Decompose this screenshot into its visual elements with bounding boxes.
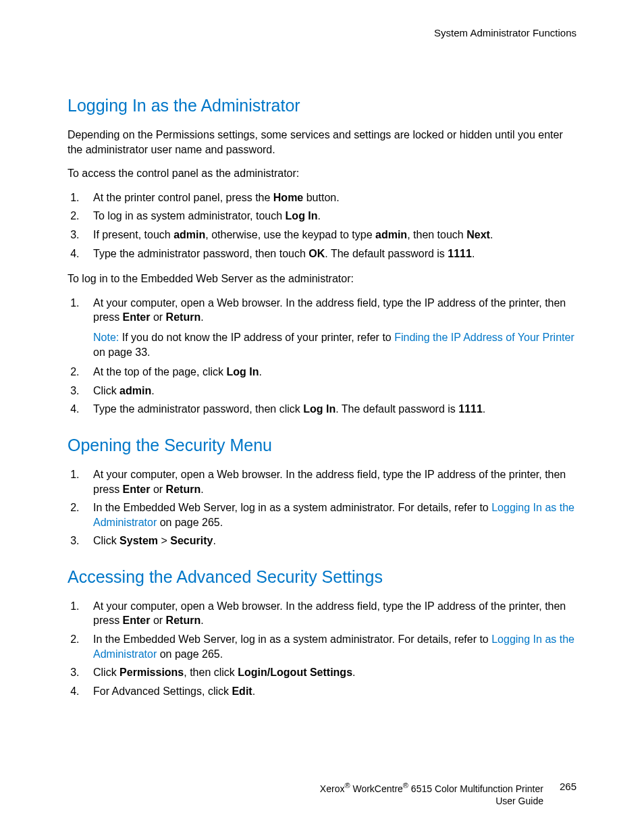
section-security-menu: Opening the Security Menu At your comput… — [68, 436, 576, 548]
list-item: If present, touch admin, otherwise, use … — [82, 228, 576, 242]
header-text: System Administrator Functions — [434, 27, 576, 38]
page-number: 265 — [560, 781, 576, 807]
heading-security-menu: Opening the Security Menu — [68, 436, 576, 455]
list-security: At your computer, open a Web browser. In… — [68, 467, 576, 548]
list-item: Click admin. — [82, 384, 576, 398]
list-item: At the printer control panel, press the … — [82, 190, 576, 205]
list-a: At the printer control panel, press the … — [68, 190, 576, 261]
list-item: At your computer, open a Web browser. In… — [82, 296, 576, 359]
list-item: At your computer, open a Web browser. In… — [82, 599, 576, 628]
list-item: At your computer, open a Web browser. In… — [82, 467, 576, 496]
intro-paragraph: Depending on the Permissions settings, s… — [68, 128, 576, 157]
list-item: Type the administrator password, then cl… — [82, 402, 576, 417]
page-footer: Xerox® WorkCentre® 6515 Color Multifunct… — [68, 781, 576, 807]
list-item: Click Permissions, then click Login/Logo… — [82, 665, 576, 680]
list-item: To log in as system administrator, touch… — [82, 209, 576, 224]
page-header: System Administrator Functions — [68, 27, 576, 38]
footer-product: Xerox® WorkCentre® 6515 Color Multifunct… — [320, 781, 543, 807]
section-logging-in: Logging In as the Administrator Dependin… — [68, 96, 576, 417]
heading-advanced-security: Accessing the Advanced Security Settings — [68, 567, 576, 587]
list-b: At your computer, open a Web browser. In… — [68, 296, 576, 417]
list-item: At the top of the page, click Log In. — [82, 365, 576, 380]
list-item: For Advanced Settings, click Edit. — [82, 684, 576, 699]
link-ip-address[interactable]: Finding the IP Address of Your Printer — [394, 332, 574, 343]
heading-logging-in: Logging In as the Administrator — [68, 96, 576, 115]
list-item: Type the administrator password, then to… — [82, 246, 576, 261]
list-item: Click System > Security. — [82, 533, 576, 548]
list-advanced: At your computer, open a Web browser. In… — [68, 599, 576, 699]
sub-b-lead: To log in to the Embedded Web Server as … — [68, 271, 576, 286]
note-label: Note: — [93, 332, 122, 343]
note-block: Note: If you do not know the IP address … — [93, 330, 576, 359]
list-item: In the Embedded Web Server, log in as a … — [82, 632, 576, 661]
sub-a-lead: To access the control panel as the admin… — [68, 166, 576, 181]
list-item: In the Embedded Web Server, log in as a … — [82, 500, 576, 529]
section-advanced-security: Accessing the Advanced Security Settings… — [68, 567, 576, 699]
